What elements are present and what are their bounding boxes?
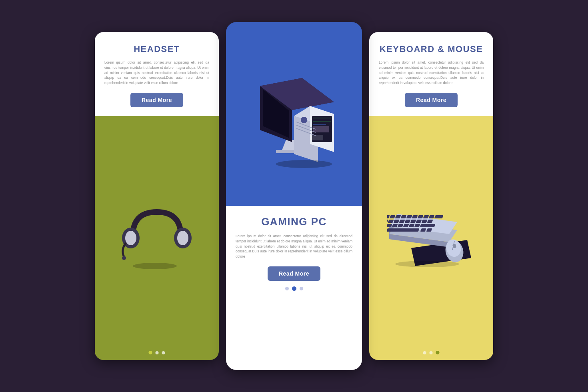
keyboard-mouse-card-bottom xyxy=(369,116,493,360)
headset-body-text: Lorem ipsum dolor sit amet, consectetur … xyxy=(104,60,209,86)
svg-point-15 xyxy=(301,117,307,123)
svg-rect-25 xyxy=(429,215,435,218)
dot-1[interactable] xyxy=(149,351,152,354)
svg-point-1 xyxy=(125,231,136,245)
headset-title: HEADSET xyxy=(134,44,180,54)
gaming-pc-card-image xyxy=(226,22,362,206)
gaming-pc-dots xyxy=(285,286,303,291)
km-dot-1[interactable] xyxy=(423,351,426,354)
headset-card-bottom xyxy=(95,116,219,360)
svg-point-5 xyxy=(133,263,177,269)
svg-rect-24 xyxy=(423,215,429,218)
headset-dots xyxy=(149,351,165,354)
headset-card: HEADSET Lorem ipsum dolor sit amet, cons… xyxy=(95,32,219,360)
svg-point-4 xyxy=(122,256,126,260)
dot-3[interactable] xyxy=(162,351,165,354)
keyboard-mouse-title: KEYBOARD & MOUSE xyxy=(380,44,483,54)
keyboard-mouse-card-top: KEYBOARD & MOUSE Lorem ipsum dolor sit a… xyxy=(369,32,493,116)
svg-point-16 xyxy=(276,160,332,168)
svg-rect-17 xyxy=(387,215,390,218)
svg-rect-26 xyxy=(434,215,444,218)
keyboard-mouse-dots xyxy=(423,351,440,354)
svg-point-3 xyxy=(177,231,188,245)
headset-read-more-button[interactable]: Read More xyxy=(130,93,183,107)
dot-2[interactable] xyxy=(156,351,159,354)
cards-container: HEADSET Lorem ipsum dolor sit amet, cons… xyxy=(0,0,588,392)
svg-point-52 xyxy=(395,261,459,267)
svg-rect-43 xyxy=(420,224,436,227)
gaming-pc-card-text: GAMING PC Lorem ipsum dolor sit amet, co… xyxy=(226,206,362,370)
keyboard-mouse-icon xyxy=(387,196,475,268)
svg-rect-18 xyxy=(390,215,396,218)
center-dot-3[interactable] xyxy=(300,287,303,290)
svg-rect-11 xyxy=(312,135,323,140)
gaming-pc-icon xyxy=(238,58,350,170)
headset-icon xyxy=(117,192,197,272)
gaming-pc-read-more-button[interactable]: Read More xyxy=(268,266,320,281)
keyboard-mouse-card: KEYBOARD & MOUSE Lorem ipsum dolor sit a… xyxy=(369,32,493,360)
center-dot-1[interactable] xyxy=(285,287,289,290)
km-dot-3[interactable] xyxy=(436,351,440,354)
km-dot-2[interactable] xyxy=(430,351,433,354)
headset-card-top: HEADSET Lorem ipsum dolor sit amet, cons… xyxy=(95,32,219,116)
keyboard-mouse-read-more-button[interactable]: Read More xyxy=(405,93,458,107)
center-dot-2[interactable] xyxy=(292,286,296,291)
gaming-pc-card: GAMING PC Lorem ipsum dolor sit amet, co… xyxy=(226,22,362,370)
svg-rect-44 xyxy=(387,228,420,232)
keyboard-mouse-body-text: Lorem ipsum dolor sit amet, consectetur … xyxy=(379,60,484,86)
gaming-pc-title: GAMING PC xyxy=(261,216,327,228)
gaming-pc-body-text: Lorem ipsum dolor sit amet, consectetur … xyxy=(236,234,352,259)
